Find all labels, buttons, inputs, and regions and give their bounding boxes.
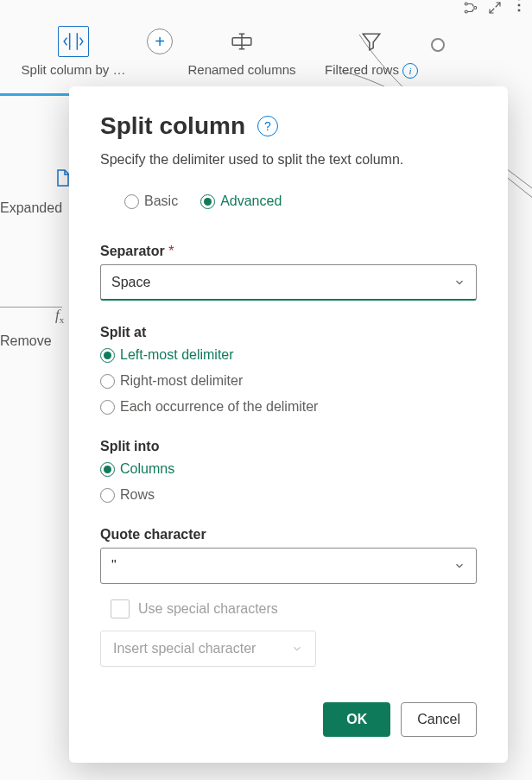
radio-advanced[interactable]: Advanced	[200, 193, 282, 209]
separator-value: Space	[111, 275, 150, 290]
separator-label: Separator	[100, 244, 477, 259]
rename-icon	[226, 26, 257, 57]
mode-radiogroup: Basic Advanced	[100, 193, 477, 209]
split-at-section: Split at Left-most delimiter Right-most …	[100, 325, 477, 415]
radio-circle	[100, 400, 115, 415]
radio-circle	[100, 374, 115, 389]
radio-label: Columns	[120, 461, 174, 477]
cancel-button[interactable]: Cancel	[401, 702, 477, 737]
step-label: Renamed columns	[187, 62, 295, 77]
radio-label: Each occurrence of the delimiter	[120, 399, 318, 415]
radio-label: Basic	[144, 193, 178, 209]
dialog-header: Split column ?	[100, 112, 477, 140]
top-right-icons: ⋮	[463, 0, 529, 18]
checkbox-box	[111, 599, 130, 618]
radio-label: Advanced	[220, 193, 282, 209]
separator-section: Separator Space	[100, 244, 477, 301]
help-icon[interactable]: ?	[257, 116, 278, 136]
applied-steps-toolbar: Split column by … + Renamed columns Filt…	[0, 26, 532, 78]
split-icon	[58, 26, 89, 57]
dialog-title: Split column	[100, 112, 245, 140]
branch-icon[interactable]	[463, 0, 478, 18]
ok-button[interactable]: OK	[323, 702, 390, 737]
quote-label: Quote character	[100, 527, 477, 542]
radio-circle	[100, 462, 115, 477]
step-renamed-columns[interactable]: Renamed columns	[173, 26, 311, 77]
radio-label: Rows	[120, 487, 155, 503]
step-label: Filtered rowsi	[325, 62, 418, 79]
step-split-column[interactable]: Split column by …	[0, 26, 147, 77]
expand-icon[interactable]	[487, 0, 503, 18]
split-into-section: Split into Columns Rows	[100, 439, 477, 503]
chevron-down-icon	[291, 643, 303, 655]
svg-point-2	[474, 7, 477, 10]
step-filtered-rows[interactable]: Filtered rowsi	[311, 26, 432, 79]
bg-expanded-text[interactable]: Expanded	[0, 200, 62, 216]
chevron-down-icon	[453, 560, 466, 572]
checkbox-label: Use special characters	[138, 601, 278, 617]
insert-special-label: Insert special character	[113, 641, 256, 656]
split-at-label: Split at	[100, 325, 477, 340]
radio-leftmost[interactable]: Left-most delimiter	[100, 347, 477, 363]
svg-point-0	[465, 3, 467, 5]
bg-divider	[0, 307, 62, 308]
split-into-options: Columns Rows	[100, 461, 477, 503]
radio-rightmost[interactable]: Right-most delimiter	[100, 373, 477, 389]
radio-circle	[124, 194, 139, 209]
chevron-down-icon	[453, 276, 466, 289]
insert-special-char-select: Insert special character	[100, 631, 316, 667]
split-into-label: Split into	[100, 439, 477, 454]
special-chars-checkbox[interactable]: Use special characters	[100, 599, 477, 618]
radio-basic[interactable]: Basic	[124, 193, 178, 209]
radio-label: Left-most delimiter	[120, 347, 234, 363]
radio-circle	[200, 194, 215, 209]
info-icon[interactable]: i	[402, 63, 418, 79]
radio-columns[interactable]: Columns	[100, 461, 477, 477]
split-at-options: Left-most delimiter Right-most delimiter…	[100, 347, 477, 415]
svg-point-1	[465, 10, 467, 13]
quote-value: "	[111, 558, 117, 574]
bg-remove-text[interactable]: Remove	[0, 333, 52, 349]
plus-icon: +	[147, 29, 173, 54]
radio-rows[interactable]: Rows	[100, 487, 477, 503]
split-column-dialog: Split column ? Specify the delimiter use…	[69, 86, 508, 763]
radio-circle	[100, 348, 115, 363]
quote-section: Quote character "	[100, 527, 477, 584]
dialog-footer: OK Cancel	[323, 702, 477, 737]
filter-icon	[356, 26, 387, 57]
step-label: Split column by …	[22, 62, 126, 77]
add-step-button[interactable]: +	[147, 26, 173, 57]
separator-select[interactable]: Space	[100, 264, 477, 301]
radio-label: Right-most delimiter	[120, 373, 243, 389]
radio-circle	[100, 488, 115, 503]
quote-select[interactable]: "	[100, 548, 477, 584]
radio-each-occurrence[interactable]: Each occurrence of the delimiter	[100, 399, 477, 415]
more-icon[interactable]: ⋮	[511, 0, 529, 18]
dialog-subtitle: Specify the delimiter used to split the …	[100, 152, 477, 168]
fx-icon: fx	[55, 307, 64, 325]
